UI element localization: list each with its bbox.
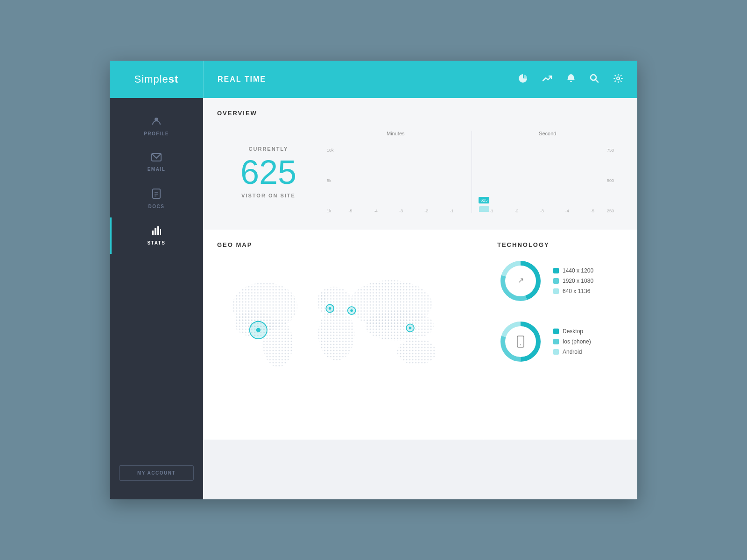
svg-point-21: [397, 339, 437, 365]
svg-rect-9: [152, 231, 154, 235]
y-label-750: 750: [607, 148, 614, 153]
device-legend: Desktop Ios (phone) Android: [553, 328, 591, 355]
technology-section: TECHNOLOGY ↗: [483, 230, 637, 440]
resolution-legend: 1440 x 1200 1920 x 1080 640 x 1136: [553, 267, 593, 294]
bottom-sections: GEO MAP: [203, 230, 637, 440]
logo-text: Simplest: [134, 73, 179, 85]
docs-icon: [152, 189, 161, 201]
profile-icon: [151, 116, 162, 128]
minutes-chart: Minutes 10k 5k 1k: [320, 126, 472, 218]
geo-map-section: GEO MAP: [203, 230, 483, 440]
legend-android: Android: [553, 349, 591, 355]
overview-section: OVERVIEW CURRENTLY 625 VISTOR ON SITE Mi…: [203, 98, 637, 230]
sidebar-item-stats[interactable]: STATS: [110, 217, 203, 254]
currently-box: CURRENTLY 625 VISTOR ON SITE: [217, 126, 320, 218]
legend-dot-android: [553, 349, 559, 355]
legend-desktop-label: Desktop: [563, 328, 583, 335]
logo: Simplest: [110, 61, 203, 98]
svg-text:↗: ↗: [518, 276, 524, 284]
y-label-1k: 1k: [327, 209, 334, 213]
minutes-x-labels: -5 -4 -3 -2 -1: [338, 206, 465, 213]
svg-line-1: [596, 79, 599, 82]
legend-dot-dark: [553, 268, 559, 273]
svg-rect-10: [155, 228, 156, 235]
legend-1440: 1440 x 1200: [553, 267, 593, 274]
svg-point-24: [256, 328, 261, 332]
world-map-svg: [217, 258, 469, 407]
legend-dot-desktop: [553, 329, 559, 334]
legend-desktop: Desktop: [553, 328, 591, 335]
sidebar-item-profile[interactable]: PROFILE: [110, 107, 203, 145]
minutes-y-axis: 10k 5k 1k: [327, 148, 334, 213]
svg-point-20: [365, 311, 434, 341]
svg-rect-40: [517, 336, 524, 347]
app-container: Simplest REAL TIME: [110, 61, 637, 499]
my-account-button[interactable]: MY ACCOUNT: [119, 465, 194, 481]
second-y-axis: 750 500 250: [607, 148, 614, 213]
legend-dot-ios: [553, 339, 559, 344]
legend-640-label: 640 x 1136: [563, 288, 590, 294]
sidebar-item-profile-label: PROFILE: [144, 131, 169, 136]
bar-tooltip: 625: [479, 197, 489, 203]
minutes-chart-title: Minutes: [327, 131, 465, 136]
legend-1920: 1920 x 1080: [553, 278, 593, 284]
pie-chart-icon[interactable]: [518, 73, 528, 86]
svg-point-28: [350, 309, 353, 312]
geo-map-title: GEO MAP: [217, 241, 469, 248]
search-icon[interactable]: [590, 74, 599, 85]
legend-1440-label: 1440 x 1200: [563, 267, 593, 274]
second-chart: Second 625: [472, 126, 624, 218]
technology-title: TECHNOLOGY: [497, 241, 623, 248]
svg-rect-11: [157, 226, 159, 235]
main-content: OVERVIEW CURRENTLY 625 VISTOR ON SITE Mi…: [203, 98, 637, 499]
y-label-10k: 10k: [327, 148, 334, 153]
bell-icon[interactable]: [566, 73, 576, 86]
resolution-donut: ↗: [497, 258, 544, 304]
svg-point-16: [263, 319, 293, 367]
visitor-label: VISTOR ON SITE: [241, 193, 296, 198]
header: Simplest REAL TIME: [110, 61, 637, 98]
email-icon: [151, 153, 162, 164]
legend-dot-mid: [553, 278, 559, 284]
y-label-250: 250: [607, 209, 614, 213]
svg-rect-12: [160, 229, 161, 235]
device-donut-row: Desktop Ios (phone) Android: [497, 318, 623, 365]
stats-icon: [151, 226, 162, 238]
sidebar: PROFILE EMAIL: [110, 98, 203, 499]
trending-icon[interactable]: [542, 73, 552, 86]
second-chart-title: Second: [479, 131, 617, 136]
sidebar-item-stats-label: STATS: [148, 240, 166, 245]
nav-title: REAL TIME: [218, 75, 266, 84]
svg-point-26: [329, 307, 331, 310]
svg-rect-5: [153, 189, 160, 198]
header-nav: REAL TIME: [203, 61, 504, 98]
legend-ios: Ios (phone): [553, 338, 591, 345]
sidebar-item-email-label: EMAIL: [148, 167, 166, 172]
overview-content: CURRENTLY 625 VISTOR ON SITE Minutes 10k…: [217, 126, 623, 218]
svg-point-22: [320, 293, 327, 303]
y-label-5k: 5k: [327, 178, 334, 183]
currently-label: CURRENTLY: [249, 146, 289, 152]
legend-640: 640 x 1136: [553, 288, 593, 294]
world-map: [217, 258, 469, 407]
current-value: 625: [240, 155, 296, 189]
svg-point-2: [617, 77, 620, 80]
legend-android-label: Android: [563, 349, 582, 355]
svg-point-30: [409, 327, 412, 329]
header-icons: [504, 61, 637, 98]
sidebar-item-email[interactable]: EMAIL: [110, 145, 203, 180]
body: PROFILE EMAIL: [110, 98, 637, 499]
second-x-labels: -1 -2 -3 -4 -5: [479, 206, 605, 213]
y-label-500: 500: [607, 178, 614, 183]
legend-ios-label: Ios (phone): [563, 338, 591, 345]
overview-title: OVERVIEW: [217, 110, 623, 117]
resolution-donut-row: ↗ 1440 x 1200 1920 x 1080: [497, 258, 623, 304]
charts-area: Minutes 10k 5k 1k: [320, 126, 623, 218]
device-donut: [497, 318, 544, 365]
legend-1920-label: 1920 x 1080: [563, 278, 593, 284]
sidebar-item-docs[interactable]: DOCS: [110, 180, 203, 217]
sidebar-item-docs-label: DOCS: [148, 204, 165, 209]
svg-point-18: [318, 308, 355, 361]
gear-icon[interactable]: [613, 73, 623, 86]
legend-dot-light: [553, 288, 559, 294]
